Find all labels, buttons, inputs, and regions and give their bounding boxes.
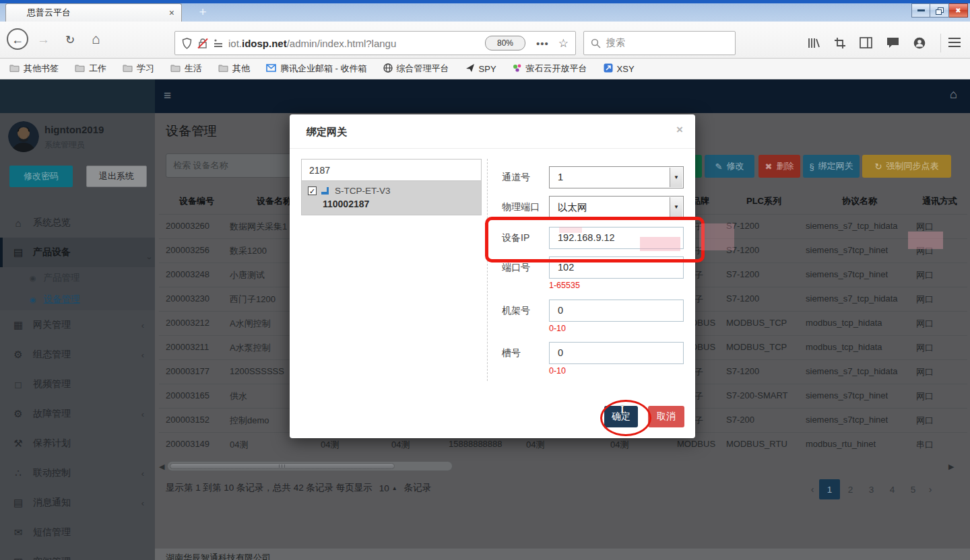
edit-button[interactable]: ✎修改	[705, 155, 754, 178]
sidebar-subitem-device-mgmt[interactable]: ◉设备管理	[0, 289, 155, 310]
forward-button[interactable]: →	[37, 32, 50, 47]
bind-gateway-button[interactable]: §绑定网关	[803, 155, 860, 178]
sidebar-item-config-mgmt[interactable]: ⚙组态管理‹	[0, 340, 155, 370]
page-actions-icon[interactable]: •••	[536, 38, 549, 49]
page-button-1[interactable]: 1	[819, 479, 840, 499]
browser-tab[interactable]: 思普云平台 ×	[5, 3, 182, 22]
physical-port-label: 物理端口	[502, 201, 549, 213]
gateway-checkbox[interactable]: ✓	[308, 186, 317, 195]
back-button[interactable]: ←	[7, 28, 28, 50]
column-header-comm[interactable]: 通讯方式	[916, 195, 963, 207]
bookmark-item-mgmt-platform[interactable]: 综合管理平台	[383, 63, 449, 75]
zoom-level-badge[interactable]: 80%	[485, 36, 525, 50]
sidebar-item-linkage-control[interactable]: ∴联动控制‹	[0, 458, 155, 488]
bookmark-star-icon[interactable]: ☆	[558, 36, 569, 50]
delete-button[interactable]: ✖删除	[758, 155, 800, 178]
channel-label: 通道号	[502, 172, 549, 184]
sidebar-item-gateway-mgmt[interactable]: ▦网关管理‹	[0, 310, 155, 340]
bookmark-item-xsy[interactable]: XSY	[604, 63, 635, 75]
tab-close-icon[interactable]: ×	[169, 8, 174, 18]
force-sync-button[interactable]: ↻强制同步点表	[862, 155, 951, 178]
menu-icon[interactable]	[948, 38, 961, 50]
bookmark-item-life[interactable]: 生活	[170, 63, 202, 75]
page-button-5[interactable]: 5	[903, 479, 924, 499]
sidebar-item-overview[interactable]: ⌂系统总览	[0, 208, 155, 238]
sidebar-subitem-product-mgmt[interactable]: ◉产品管理	[0, 267, 155, 289]
sidebars-icon[interactable]	[860, 37, 872, 48]
device-search-input[interactable]: 检索 设备名称	[166, 153, 298, 178]
scrollbar-thumb[interactable]	[170, 463, 395, 469]
folder-icon	[123, 64, 133, 74]
prev-page-button[interactable]: ‹	[806, 484, 819, 495]
permissions-icon[interactable]	[214, 38, 223, 48]
slot-range-hint: 0-10	[549, 366, 566, 376]
bookmark-item-tencent-mail[interactable]: 腾讯企业邮箱 - 收件箱	[266, 63, 367, 75]
port-range-hint: 1-65535	[549, 281, 580, 290]
bookmark-item-ezviz[interactable]: 萤石云开放平台	[513, 63, 587, 75]
screenshot-icon[interactable]	[834, 37, 846, 49]
window-close-button[interactable]: ✖	[949, 3, 968, 18]
scroll-right-icon[interactable]: ▶	[948, 462, 954, 471]
bookmark-item-other-bookmarks[interactable]: 其他书签	[9, 63, 59, 75]
sidebar-item-message-notice[interactable]: ▤消息通知‹	[0, 488, 155, 518]
column-header-id[interactable]: 设备编号	[166, 195, 228, 207]
library-icon[interactable]	[807, 37, 820, 49]
reload-button[interactable]: ↻	[65, 33, 75, 47]
sidebar-item-maintenance-plan[interactable]: ⚒保养计划	[0, 429, 155, 458]
linkage-control-icon: ∴	[12, 467, 24, 479]
browser-home-button[interactable]: ⌂	[92, 31, 100, 47]
account-icon[interactable]	[913, 37, 926, 49]
maintenance-plan-icon: ⚒	[12, 438, 24, 450]
sidebar-item-video-mgmt[interactable]: □视频管理	[0, 370, 155, 399]
sidebar-item-fault-mgmt[interactable]: ⚙故障管理‹	[0, 399, 155, 429]
url-bar[interactable]: iot.idosp.net/admin/index.html?langu 80%…	[174, 31, 576, 55]
page-size-select[interactable]: 10▲	[379, 483, 397, 493]
bookmark-item-study[interactable]: 学习	[123, 63, 154, 75]
slot-number-input[interactable]: 0	[549, 342, 684, 364]
next-page-button[interactable]: ›	[924, 484, 937, 495]
user-name: hignton2019	[44, 124, 104, 135]
window-minimize-button[interactable]	[911, 3, 930, 18]
change-password-button[interactable]: 修改密码	[9, 166, 73, 187]
page-button-2[interactable]: 2	[840, 479, 861, 499]
bookmark-item-misc[interactable]: 其他	[218, 63, 250, 75]
link-icon: §	[809, 162, 814, 172]
scroll-left-icon[interactable]: ◀	[159, 462, 164, 471]
cell-plc: S7-200-SMART	[726, 390, 788, 400]
bookmark-item-work[interactable]: 工作	[75, 63, 106, 75]
page-button-4[interactable]: 4	[882, 479, 903, 499]
gateway-tree-node[interactable]: ✓ S-TCP-ET-V3 110002187	[302, 181, 481, 215]
avatar[interactable]	[8, 121, 39, 152]
gateway-tree-panel: 2187 ✓ S-TCP-ET-V3 110002187	[301, 159, 482, 215]
shield-icon[interactable]	[182, 38, 192, 49]
horizontal-scrollbar[interactable]	[167, 461, 453, 471]
browser-search-box[interactable]: 搜索	[583, 31, 736, 55]
bookmark-item-spy[interactable]: SPY	[465, 63, 496, 75]
cell-protocol: modbus_tcp_hidata	[806, 342, 882, 352]
sidebar-toggle-icon[interactable]: ≡	[164, 88, 171, 103]
app-home-icon[interactable]: ⌂	[950, 88, 957, 102]
cell-plc: S7-1200	[726, 366, 759, 376]
cell-comm: 网口	[916, 269, 934, 281]
logout-button[interactable]: 退出系统	[86, 166, 147, 187]
gateway-search-input[interactable]: 2187	[302, 160, 481, 181]
panel-divider	[487, 159, 488, 381]
messages-icon[interactable]	[886, 37, 899, 48]
select-arrow-button[interactable]: ▼	[670, 168, 682, 187]
rack-number-input[interactable]: 0	[549, 300, 684, 322]
new-tab-button[interactable]: +	[194, 5, 212, 20]
select-arrow-button[interactable]: ▼	[670, 197, 682, 217]
cancel-button[interactable]: 取消	[648, 406, 684, 427]
sidebar-item-sms-mgmt[interactable]: ✉短信管理	[0, 518, 155, 547]
channel-select[interactable]: 1 ▼	[549, 166, 684, 188]
window-restore-button[interactable]	[930, 3, 949, 18]
physical-port-select[interactable]: 以太网 ▼	[549, 196, 684, 218]
sidebar-item-product-device[interactable]: ▤产品设备‹	[0, 238, 155, 267]
column-header-plc[interactable]: PLC系列	[726, 195, 802, 207]
page-button-3[interactable]: 3	[861, 479, 882, 499]
insecure-lock-icon[interactable]	[197, 38, 208, 49]
column-header-protocol[interactable]: 协议名称	[806, 195, 913, 207]
sidebar-item-space-mgmt[interactable]: ▦空间管理	[0, 547, 155, 560]
gateway-device-icon	[321, 186, 331, 195]
modal-close-icon[interactable]: ×	[676, 123, 683, 137]
